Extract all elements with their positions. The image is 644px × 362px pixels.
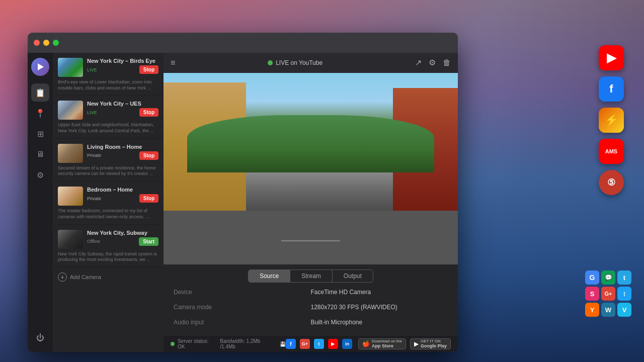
- google-play-text: GET IT ON Google Play: [421, 339, 447, 349]
- social-youtube[interactable]: ▶: [328, 339, 338, 349]
- mini-y-icon[interactable]: Y: [585, 303, 599, 317]
- sidebar-item-map[interactable]: 📍: [31, 104, 49, 122]
- menu-icon[interactable]: ≡: [171, 58, 175, 67]
- grid-icon: ⊞: [37, 129, 44, 139]
- power-icon: ⏻: [36, 333, 44, 342]
- sidebar-item-cameras[interactable]: 📋: [31, 83, 49, 102]
- camera-list-panel: New York City – Birds Eye LIVE Stop Bird…: [53, 53, 164, 352]
- camera-stop-btn-3[interactable]: Stop: [139, 151, 158, 160]
- sidebar-item-settings[interactable]: ⚙: [31, 166, 49, 184]
- camera-stop-btn-2[interactable]: Stop: [139, 108, 158, 117]
- camera-item-5[interactable]: New York City, Subway Offline Start New …: [53, 225, 164, 267]
- server-status-dot: [171, 342, 175, 346]
- camera-thumb-2: [58, 101, 83, 120]
- mini-gplus-icon[interactable]: G+: [601, 287, 615, 301]
- bandwidth-text: Bandwidth: 1.2Mb /1.4Mb: [220, 338, 277, 349]
- map-icon: 📍: [35, 109, 45, 118]
- main-content: ≡ LIVE on YouTube ↗ ⚙ 🗑: [164, 53, 458, 352]
- device-label: Device: [174, 287, 311, 298]
- tab-stream[interactable]: Stream: [290, 269, 333, 283]
- settings-icon[interactable]: ⚙: [429, 58, 436, 67]
- social-googleplus[interactable]: G+: [300, 339, 310, 349]
- mini-twitter-icon[interactable]: t: [617, 287, 631, 301]
- camera-stop-btn-4[interactable]: Stop: [139, 194, 158, 203]
- add-camera-button[interactable]: + Add Camera: [53, 267, 164, 287]
- play-icon: [38, 63, 44, 70]
- video-preview-area: [164, 73, 458, 264]
- camera-list-icon: 📋: [35, 88, 45, 98]
- live-dot: [268, 60, 273, 65]
- sidebar-item-power[interactable]: ⏻: [31, 329, 49, 347]
- audio-input-label: Audio input: [174, 317, 311, 328]
- camera-thumb-4: [58, 187, 83, 206]
- camera-start-btn-5[interactable]: Start: [139, 237, 158, 246]
- s5-dock-icon[interactable]: ⑤: [599, 170, 624, 195]
- media-icon: 🖥: [36, 150, 44, 159]
- app-window: 📋 📍 ⊞ 🖥 ⚙ ⏻: [28, 33, 458, 352]
- close-button[interactable]: [34, 40, 40, 46]
- camera-status-1: LIVE: [87, 67, 97, 73]
- sidebar-item-media[interactable]: 🖥: [31, 145, 49, 163]
- lightning-dock-icon[interactable]: ⚡: [599, 108, 624, 133]
- camera-stop-btn-1[interactable]: Stop: [139, 65, 158, 74]
- right-dock: ▶ f ⚡ AMS ⑤: [599, 45, 624, 195]
- mini-social-icon[interactable]: S: [585, 287, 599, 301]
- google-play-icon: ▶: [414, 340, 419, 347]
- mini-icon-row-2: S G+ t: [585, 287, 631, 301]
- bottom-right-dock: G 💬 t S G+ t Y W V: [585, 270, 631, 317]
- app-store-text: Download on the App Store: [372, 339, 402, 349]
- ams-dock-icon[interactable]: AMS: [599, 139, 624, 164]
- camera-item-1[interactable]: New York City – Birds Eye LIVE Stop Bird…: [53, 53, 164, 96]
- app-logo[interactable]: [31, 58, 49, 76]
- camera-item-4[interactable]: Bedroom – Home Private Stop The master b…: [53, 182, 164, 224]
- camera-name-3: Living Room – Home: [87, 144, 158, 150]
- camera-item-2[interactable]: New York City – UES LIVE Stop Upper East…: [53, 96, 164, 138]
- apple-icon: 🍎: [362, 340, 370, 347]
- camera-thumb-3: [58, 144, 83, 163]
- mini-vimeo-icon[interactable]: V: [617, 303, 631, 317]
- facebook-dock-icon[interactable]: f: [599, 76, 624, 102]
- sidebar-item-grid[interactable]: ⊞: [31, 125, 49, 143]
- mini-icon-row-1: G 💬 t: [585, 270, 631, 285]
- delete-icon[interactable]: 🗑: [443, 58, 451, 67]
- window-controls: [34, 40, 59, 46]
- mini-wordpress-icon[interactable]: W: [601, 303, 615, 317]
- maximize-button[interactable]: [53, 40, 59, 46]
- social-facebook[interactable]: f: [286, 339, 296, 349]
- bottom-panel: Source Stream Output Device FaceTime HD …: [164, 264, 458, 336]
- camera-status-2: LIVE: [87, 110, 97, 116]
- tab-output[interactable]: Output: [333, 269, 373, 283]
- camera-name-1: New York City – Birds Eye: [87, 58, 158, 64]
- tab-source[interactable]: Source: [248, 269, 290, 283]
- camera-item-3[interactable]: Living Room – Home Private Stop Secured …: [53, 139, 164, 182]
- camera-desc-4: The master bedroom, connected to my list…: [58, 208, 158, 220]
- mini-google-icon[interactable]: G: [585, 270, 599, 285]
- social-twitter[interactable]: t: [314, 339, 324, 349]
- camera-status-4: Private: [87, 196, 101, 202]
- mini-tumblr-icon[interactable]: t: [617, 270, 631, 285]
- app-store-badge[interactable]: 🍎 Download on the App Store: [358, 338, 406, 349]
- audio-input-value: Built-in Microphone: [311, 317, 448, 328]
- street-scene: [164, 73, 458, 264]
- camera-name-5: New York City, Subway: [87, 230, 158, 236]
- social-linkedin[interactable]: in: [342, 339, 352, 349]
- minimize-button[interactable]: [43, 40, 49, 46]
- camera-mode-label: Camera mode: [174, 302, 311, 313]
- status-bar: Server status: OK Bandwidth: 1.2Mb /1.4M…: [164, 336, 458, 352]
- settings-icon: ⚙: [37, 170, 44, 180]
- bandwidth-icon: 💾: [280, 341, 286, 347]
- add-camera-label: Add Camera: [70, 274, 101, 280]
- icon-sidebar: 📋 📍 ⊞ 🖥 ⚙ ⏻: [28, 53, 53, 352]
- mini-icon-row-3: Y W V: [585, 303, 631, 317]
- share-icon[interactable]: ↗: [415, 58, 422, 67]
- mini-chat-icon[interactable]: 💬: [601, 270, 615, 285]
- camera-status-3: Private: [87, 152, 101, 158]
- server-status-text: Server status: OK: [178, 338, 217, 349]
- title-bar: [28, 33, 458, 53]
- camera-name-4: Bedroom – Home: [87, 187, 158, 193]
- camera-name-2: New York City – UES: [87, 101, 158, 107]
- youtube-dock-icon[interactable]: ▶: [599, 45, 624, 70]
- top-bar: ≡ LIVE on YouTube ↗ ⚙ 🗑: [164, 53, 458, 73]
- store-badges: 🍎 Download on the App Store ▶ GET IT ON …: [358, 338, 451, 349]
- google-play-badge[interactable]: ▶ GET IT ON Google Play: [410, 338, 451, 349]
